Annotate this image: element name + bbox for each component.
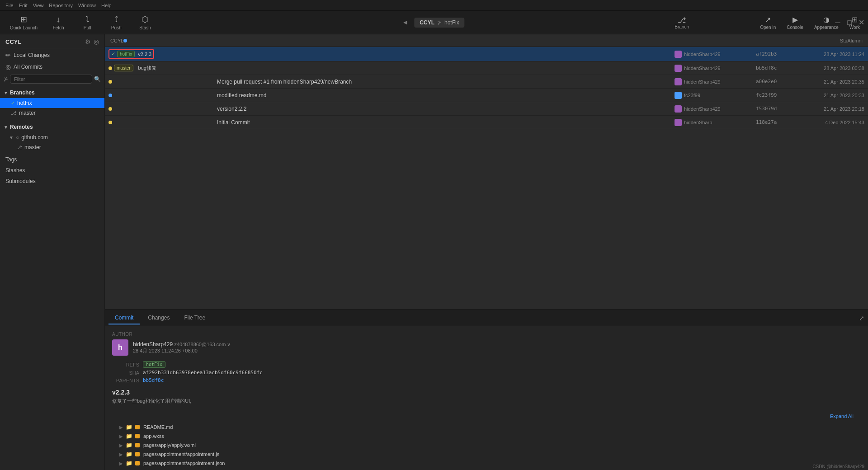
search-icon[interactable]: 🔍: [94, 76, 101, 82]
commit-row-3[interactable]: modified readme.md fc23f99 fc23f99 21 Ap…: [105, 89, 868, 102]
pull-button[interactable]: ⤵ Pull: [74, 13, 101, 32]
file-change-indicator-3: [135, 452, 140, 456]
all-commits-icon: ◎: [5, 63, 11, 70]
file-row-0[interactable]: ▶ 📁 README.md: [112, 423, 861, 432]
menu-item-help[interactable]: Help: [99, 3, 113, 8]
commit-sha-2: a00e2e0: [756, 79, 792, 85]
quick-launch-label: Quick Launch: [10, 25, 38, 30]
author-info: hiddenSharp429 z404878860@163.com ∨ 28 4…: [133, 341, 231, 354]
local-changes-icon: ✏: [5, 52, 11, 59]
commit-date-5: 4 Dec 2022 15:43: [792, 120, 864, 125]
commit-row-2[interactable]: Merge pull request #1 from hiddenSharp42…: [105, 75, 868, 89]
commit-row-1[interactable]: master bug修复 hiddenSharp429 bb5df8c 28 A…: [105, 61, 868, 75]
stash-button[interactable]: ⬡ Stash: [132, 13, 159, 32]
repo-header-left: CCYL: [110, 38, 123, 43]
close-button[interactable]: ✕: [858, 19, 864, 26]
commit-details-panel: Commit Changes File Tree ⤢ AUTHOR h hidd…: [105, 309, 868, 470]
branch-hotfix-label: hotFix: [17, 100, 32, 106]
commit-graph-2: [108, 80, 217, 84]
sidebar-item-submodules[interactable]: Submodules: [0, 176, 104, 187]
file-row-3[interactable]: ▶ 📁 pages/appointment/appointment.js: [112, 450, 861, 459]
branch-hotfix[interactable]: ✓ hotFix: [0, 98, 104, 108]
commit-desc-4: version2.2.2: [217, 106, 675, 112]
fetch-button[interactable]: ↓ Fetch: [45, 13, 72, 32]
file-name-0: README.md: [143, 424, 173, 430]
sidebar-item-tags[interactable]: Tags: [0, 154, 104, 165]
status-label: CSDN @hiddenSharp429: [812, 464, 864, 469]
commit-author-5: hiddenSharp: [675, 119, 756, 126]
local-changes-label: Local Changes: [14, 52, 50, 58]
repo-tab[interactable]: CCYL ⊁ hotFix: [414, 18, 464, 28]
sidebar-item-local-changes[interactable]: ✏ Local Changes: [0, 49, 104, 61]
sidebar-filter-icon[interactable]: ◎: [94, 38, 99, 45]
sha-row: SHA af292b331db63978ebea13acb5df60c9f668…: [112, 370, 861, 376]
file-name-1: app.wxss: [143, 433, 164, 439]
push-label: Push: [111, 25, 122, 30]
branch-master[interactable]: ⎇ master: [0, 108, 104, 118]
tab-file-tree[interactable]: File Tree: [178, 312, 212, 324]
remotes-chevron-icon: ▼: [4, 125, 8, 130]
branches-header[interactable]: ▼ Branches: [0, 87, 104, 98]
author-row: h hiddenSharp429 z404878860@163.com ∨ 28…: [112, 339, 861, 356]
menu-item-file[interactable]: File: [4, 3, 15, 8]
remote-master[interactable]: ⎇ master: [0, 142, 104, 152]
file-name-3: pages/appointment/appointment.js: [143, 451, 219, 457]
hotfix-branch-tag: hotFix: [117, 51, 135, 57]
filter-input[interactable]: [10, 75, 92, 84]
sidebar-item-stashes[interactable]: Stashes: [0, 165, 104, 176]
file-row-1[interactable]: ▶ 📁 app.wxss: [112, 432, 861, 441]
tags-label: Tags: [5, 156, 17, 163]
file-change-indicator-1: [135, 434, 140, 438]
expand-details-button[interactable]: ⤢: [859, 315, 864, 322]
commit-author-0: hiddenSharp429: [675, 51, 756, 58]
remotes-section: ▼ Remotes ▼ ○ github.com ⎇ master: [0, 120, 104, 154]
commit-row-0[interactable]: ✓ hotFix v2.2.3 hiddenSharp429 af292b3 2…: [105, 47, 868, 61]
commit-row-4[interactable]: version2.2.2 hiddenSharp429 f53079d 21 A…: [105, 102, 868, 116]
author-name: hiddenSharp429 z404878860@163.com ∨: [133, 341, 231, 348]
toolbar-left: ⊞ Quick Launch ↓ Fetch ⤵ Pull ⤴ Push ⬡ S…: [0, 13, 163, 32]
commit-date-4: 21 Apr 2023 20:18: [792, 106, 864, 112]
file-row-2[interactable]: ▶ 📁 pages/apply/apply.wxml: [112, 441, 861, 450]
expand-all-button[interactable]: Expand All: [830, 414, 854, 419]
sidebar-item-all-commits[interactable]: ◎ All Commits: [0, 61, 104, 73]
remotes-header[interactable]: ▼ Remotes: [0, 122, 104, 132]
menu-item-repository[interactable]: Repository: [47, 3, 75, 8]
sidebar: CCYL ⚙ ◎ ✏ Local Changes ◎ All Commits ⊁…: [0, 34, 105, 470]
menu-item-window[interactable]: Window: [76, 3, 98, 8]
commit-date-0: 28 Apr 2023 11:24: [792, 52, 864, 57]
branch-master-icon: ⎇: [11, 110, 17, 116]
file-change-indicator-4: [135, 461, 140, 465]
remote-globe-icon: ○: [16, 134, 19, 141]
tab-commit[interactable]: Commit: [108, 312, 140, 324]
details-body: AUTHOR h hiddenSharp429 z404878860@163.c…: [105, 326, 868, 470]
push-button[interactable]: ⤴ Push: [103, 13, 130, 32]
commit-row-5[interactable]: Initial Commit hiddenSharp 118e27a 4 Dec…: [105, 116, 868, 129]
menu-item-view[interactable]: View: [31, 3, 46, 8]
repo-tab-name: CCYL: [420, 19, 434, 26]
file-chevron-1: ▶: [119, 434, 123, 439]
maximize-button[interactable]: □: [846, 19, 853, 26]
file-row-4[interactable]: ▶ 📁 pages/appointment/appointment.json: [112, 459, 861, 468]
remote-github[interactable]: ▼ ○ github.com: [0, 132, 104, 142]
main-layout: CCYL ⚙ ◎ ✏ Local Changes ◎ All Commits ⊁…: [0, 34, 868, 470]
tab-changes[interactable]: Changes: [142, 312, 176, 324]
menu-item-edit[interactable]: Edit: [17, 3, 29, 8]
dot-indicator: [123, 39, 127, 42]
repo-header-bar: CCYL StuAlumni: [105, 34, 868, 47]
console-button[interactable]: ▶ Console: [782, 14, 808, 32]
submodules-label: Submodules: [5, 178, 36, 184]
commit-message-title: v2.2.3: [112, 389, 861, 396]
author-section-label: AUTHOR: [112, 332, 861, 337]
fetch-icon: ↓: [57, 15, 61, 24]
commit-author-3: fc23f99: [675, 92, 756, 99]
sidebar-settings-icon[interactable]: ⚙: [85, 38, 91, 45]
minimize-button[interactable]: ─: [835, 19, 841, 26]
file-row-5[interactable]: ▶ 📁 pages/appointment/appointment.wxml: [112, 468, 861, 470]
quick-launch-button[interactable]: ⊞ Quick Launch: [5, 13, 43, 32]
commit-date-1: 28 Apr 2023 00:38: [792, 66, 864, 71]
parents-value[interactable]: bb5df8c: [143, 377, 164, 383]
commit-graph-3: [108, 94, 217, 97]
open-in-button[interactable]: ↗ Open in: [755, 14, 780, 32]
all-commits-label: All Commits: [14, 64, 42, 70]
repo-tab-branch: hotFix: [444, 19, 459, 26]
